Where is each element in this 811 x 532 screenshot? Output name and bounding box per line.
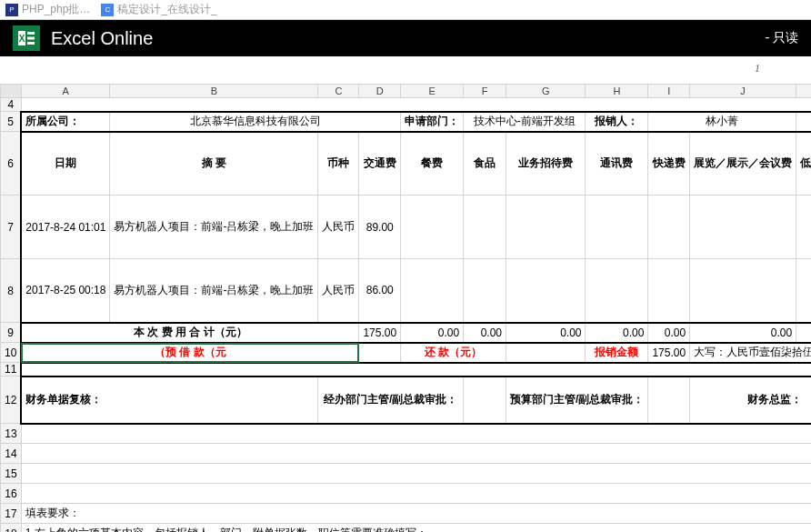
- row-15[interactable]: 15: [1, 464, 22, 484]
- svg-text:X: X: [19, 34, 25, 44]
- php-icon: P: [5, 4, 18, 16]
- row-8[interactable]: 8: [1, 259, 22, 323]
- row-16[interactable]: 16: [1, 484, 22, 504]
- col-H[interactable]: H: [586, 85, 648, 98]
- browser-tab-2[interactable]: C 稿定设计_在线设计_: [101, 2, 216, 17]
- r8-trans[interactable]: 86.00: [359, 259, 401, 323]
- row-4[interactable]: 4: [1, 98, 22, 112]
- r7-currency[interactable]: 人民币: [318, 196, 359, 259]
- browser-tab-1-label: PHP_php批…: [22, 2, 90, 17]
- cell-A10-selected[interactable]: （预 借 款（元: [21, 343, 359, 363]
- r7-trans[interactable]: 89.00: [359, 196, 401, 259]
- col-F[interactable]: F: [464, 85, 506, 98]
- row-12[interactable]: 12: [1, 376, 22, 424]
- row-14[interactable]: 14: [1, 444, 22, 464]
- lbl-dept[interactable]: 申请部门：: [401, 112, 464, 132]
- r8-date[interactable]: 2017-8-25 00:18: [21, 259, 110, 323]
- r10-j[interactable]: 大写：人民币壹佰柒拾伍圆整: [690, 343, 811, 363]
- app-title: Excel Online: [51, 28, 153, 49]
- val-person[interactable]: 林小菁: [648, 112, 796, 132]
- tot-d[interactable]: 175.00: [359, 323, 401, 343]
- lbl-date[interactable]: 日期：: [796, 112, 811, 132]
- row-5[interactable]: 5: [1, 112, 22, 132]
- r10-h[interactable]: 报销金额: [586, 343, 648, 363]
- r8-summary[interactable]: 易方机器人项目：前端-吕栋梁，晚上加班: [110, 259, 318, 323]
- ribbon-header: X Excel Online - 只读: [0, 20, 811, 56]
- tot-j[interactable]: 0.00: [690, 323, 796, 343]
- col-G[interactable]: G: [506, 85, 586, 98]
- tot-i[interactable]: 0.00: [648, 323, 690, 343]
- hdr-currency[interactable]: 币种: [318, 132, 359, 196]
- val-company[interactable]: 北京慕华信息科技有限公司: [110, 112, 401, 132]
- r7-summary[interactable]: 易方机器人项目：前端-吕栋梁，晚上加班: [110, 196, 318, 259]
- val-dept[interactable]: 技术中心-前端开发组: [464, 112, 586, 132]
- row-10[interactable]: 10: [1, 343, 22, 363]
- r12-j[interactable]: 财务总监：: [690, 376, 811, 424]
- hdr-low[interactable]: 低值易耗品: [796, 132, 811, 196]
- row-9[interactable]: 9: [1, 323, 22, 343]
- page-number: 1: [755, 62, 760, 75]
- hdr-summary[interactable]: 摘 要: [110, 132, 318, 196]
- hdr-expo[interactable]: 展览／展示／会议费: [690, 132, 796, 196]
- r18[interactable]: 1.右上角的六项基本内容，包括报销人、部门、附单据张数、职位等需要准确填写；: [21, 524, 811, 533]
- hdr-date[interactable]: 日期: [21, 132, 110, 196]
- row-17[interactable]: 17: [1, 504, 22, 524]
- col-E[interactable]: E: [401, 85, 464, 98]
- readonly-badge: - 只读: [765, 30, 798, 46]
- svg-rect-5: [27, 42, 35, 45]
- excel-logo: X: [13, 25, 40, 51]
- hdr-food[interactable]: 食品: [464, 132, 506, 196]
- tot-k[interactable]: 0.00: [796, 323, 811, 343]
- r10-e[interactable]: 还 款（元）: [401, 343, 506, 363]
- spreadsheet-grid[interactable]: A B C D E F G H I J K L 4 5 所属公司： 北京慕华信息…: [0, 84, 811, 532]
- r7-date[interactable]: 2017-8-24 01:01: [21, 196, 110, 259]
- r12-c[interactable]: 经办部门主管/副总裁审批：: [318, 376, 464, 424]
- col-I[interactable]: I: [648, 85, 690, 98]
- col-D[interactable]: D: [359, 85, 401, 98]
- row-18[interactable]: 18: [1, 524, 22, 533]
- lbl-person[interactable]: 报销人：: [586, 112, 648, 132]
- tot-g[interactable]: 0.00: [506, 323, 586, 343]
- col-J[interactable]: J: [690, 85, 796, 98]
- svg-rect-4: [27, 37, 35, 40]
- select-all-corner[interactable]: [1, 85, 22, 98]
- browser-tab-1[interactable]: P PHP_php批…: [5, 2, 90, 17]
- tot-f[interactable]: 0.00: [464, 323, 506, 343]
- lbl-company[interactable]: 所属公司：: [21, 112, 110, 132]
- r12-a[interactable]: 财务单据复核：: [21, 376, 318, 424]
- row-6[interactable]: 6: [1, 132, 22, 196]
- col-A[interactable]: A: [21, 85, 110, 98]
- svg-rect-3: [27, 32, 35, 35]
- hdr-comm[interactable]: 通讯费: [586, 132, 648, 196]
- hdr-trans[interactable]: 交通费: [359, 132, 401, 196]
- r17[interactable]: 填表要求：: [21, 504, 811, 524]
- row-7[interactable]: 7: [1, 196, 22, 259]
- tot-h[interactable]: 0.00: [586, 323, 648, 343]
- tab2-icon: C: [101, 4, 114, 16]
- hdr-biz[interactable]: 业务招待费: [506, 132, 586, 196]
- r10-i[interactable]: 175.00: [648, 343, 690, 363]
- row-11[interactable]: 11: [1, 363, 22, 376]
- row-13[interactable]: 13: [1, 424, 22, 444]
- hdr-express[interactable]: 快递费: [648, 132, 690, 196]
- total-label[interactable]: 本 次 费 用 合 计（元）: [21, 323, 359, 343]
- r8-currency[interactable]: 人民币: [318, 259, 359, 323]
- tot-e[interactable]: 0.00: [401, 323, 464, 343]
- hdr-meal[interactable]: 餐费: [401, 132, 464, 196]
- col-B[interactable]: B: [110, 85, 318, 98]
- r12-g[interactable]: 预算部门主管/副总裁审批：: [506, 376, 648, 424]
- col-K[interactable]: K: [796, 85, 811, 98]
- col-C[interactable]: C: [318, 85, 359, 98]
- browser-tab-2-label: 稿定设计_在线设计_: [117, 2, 216, 17]
